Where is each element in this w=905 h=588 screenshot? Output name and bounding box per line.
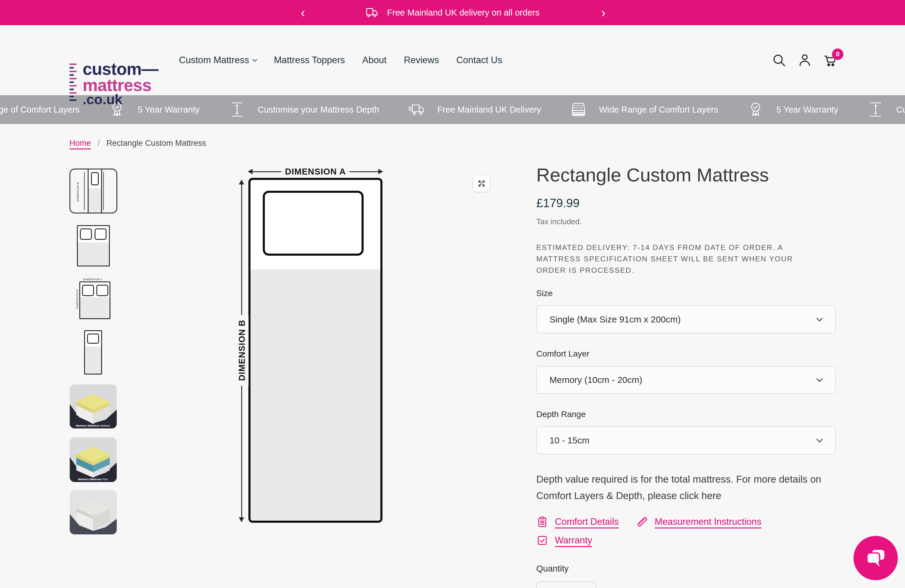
nav-custom-mattress-label: Custom Mattress bbox=[179, 55, 249, 65]
nav-about[interactable]: About bbox=[362, 55, 386, 65]
thumbnail-diagram-narrow-single[interactable] bbox=[84, 330, 102, 375]
warranty-label: Warranty bbox=[555, 535, 592, 546]
arrow-right-icon bbox=[349, 171, 383, 172]
chat-widget-button[interactable] bbox=[854, 536, 898, 580]
depth-ruler-icon bbox=[229, 101, 246, 118]
comfort-layer-select-value: Memory (10cm - 20cm) bbox=[549, 375, 642, 385]
nav-custom-mattress[interactable]: Custom Mattress bbox=[179, 55, 256, 65]
expand-image-button[interactable] bbox=[473, 175, 490, 192]
marquee-label: Customise your Mattress Depth bbox=[896, 105, 905, 114]
marquee-label: 5 Year Warranty bbox=[138, 105, 200, 114]
product-price: £179.99 bbox=[536, 196, 835, 210]
site-logo[interactable]: custom— mattress .co.uk bbox=[70, 61, 158, 106]
breadcrumb-home-link[interactable]: Home bbox=[70, 138, 91, 148]
thumb-caption-rest: Firm bbox=[102, 478, 108, 481]
comfort-layer-select[interactable]: Memory (10cm - 20cm) bbox=[536, 366, 835, 394]
cart-icon[interactable]: 0 bbox=[823, 53, 838, 68]
marquee-item: Customise your Mattress Depth bbox=[229, 101, 379, 118]
expand-icon bbox=[477, 180, 486, 188]
depth-range-select[interactable]: 10 - 15cm bbox=[536, 426, 835, 455]
svg-text:Memory Mattress Firm: Memory Mattress Firm bbox=[78, 478, 108, 481]
chevron-down-icon bbox=[816, 436, 823, 442]
breadcrumb-separator: / bbox=[98, 138, 100, 148]
nav-contact-us[interactable]: Contact Us bbox=[456, 55, 502, 65]
dimension-b-label: DIMENSION B bbox=[237, 320, 247, 381]
chevron-down-icon bbox=[252, 57, 257, 62]
comfort-details-label: Comfort Details bbox=[555, 516, 619, 527]
quantity-label: Quantity bbox=[536, 564, 835, 574]
announcement-text: Free Mainland UK delivery on all orders bbox=[387, 8, 539, 17]
announcement-prev-icon[interactable]: ‹ bbox=[296, 6, 310, 19]
dimension-line bbox=[84, 172, 85, 210]
delivery-note: ESTIMATED DELIVERY: 7-14 DAYS FROM DATE … bbox=[536, 242, 810, 276]
depth-range-label: Depth Range bbox=[536, 410, 835, 419]
thumbnail-diagram-double[interactable] bbox=[77, 225, 110, 267]
chevron-down-icon bbox=[816, 376, 823, 382]
marquee-label: Wide Range of Comfort Layers bbox=[599, 105, 718, 114]
thumbnail-diagram-single-selected[interactable]: DIMENSION B bbox=[70, 168, 117, 213]
dimension-line bbox=[103, 172, 104, 210]
clipboard-icon bbox=[536, 516, 548, 528]
thumbnail-photo-memory-medium[interactable]: Memory Mattress Medium bbox=[70, 385, 117, 428]
marquee-label: Free Mainland UK Delivery bbox=[437, 105, 541, 114]
thumbnail-photo-memory-firm[interactable]: Memory Mattress Firm bbox=[70, 437, 117, 482]
breadcrumb-current: Rectangle Custom Mattress bbox=[106, 138, 206, 148]
measurement-instructions-label: Measurement Instructions bbox=[655, 516, 762, 527]
size-select-value: Single (Max Size 91cm x 200cm) bbox=[549, 315, 681, 324]
product-title: Rectangle Custom Mattress bbox=[536, 164, 835, 186]
comfort-layer-label: Comfort Layer bbox=[536, 349, 835, 359]
announcement-next-icon[interactable]: › bbox=[597, 6, 610, 19]
size-label: Size bbox=[536, 289, 835, 298]
marquee-label: 5 Year Warranty bbox=[776, 105, 838, 114]
size-select[interactable]: Single (Max Size 91cm x 200cm) bbox=[536, 305, 835, 334]
measurement-instructions-link[interactable]: Measurement Instructions bbox=[636, 516, 762, 528]
logo-ruler-icon bbox=[70, 61, 76, 101]
svg-text:Memory Mattress Medium: Memory Mattress Medium bbox=[76, 424, 110, 427]
warranty-link[interactable]: Warranty bbox=[536, 534, 592, 547]
mattress-body bbox=[251, 269, 380, 521]
search-icon[interactable] bbox=[772, 53, 786, 68]
nav-reviews-label: Reviews bbox=[404, 55, 439, 65]
thumb-caption-bold: Memory Mattress bbox=[76, 424, 99, 427]
tax-note: Tax included. bbox=[536, 217, 835, 226]
thumb-caption-bold: Memory Mattress bbox=[78, 478, 102, 481]
mattress-pillow bbox=[263, 191, 364, 256]
thumbnail-photo-plain[interactable] bbox=[70, 490, 117, 534]
breadcrumb: Home / Rectangle Custom Mattress bbox=[70, 138, 206, 148]
logo-word-mattress: mattress bbox=[83, 77, 158, 94]
arrow-left-icon bbox=[248, 171, 281, 172]
comfort-details-link[interactable]: Comfort Details bbox=[536, 516, 619, 528]
mini-dimension-b-label: DIMENSION B bbox=[76, 289, 79, 309]
marquee-label: Customise your Mattress Depth bbox=[258, 105, 379, 114]
logo-word-custom: custom— bbox=[83, 61, 158, 77]
nav-about-label: About bbox=[362, 55, 386, 65]
nav-reviews[interactable]: Reviews bbox=[404, 55, 439, 65]
thumbnail-diagram-double-dimensions[interactable]: DIMENSION A DIMENSION B bbox=[75, 278, 111, 320]
ruler-icon bbox=[636, 516, 648, 528]
account-icon[interactable] bbox=[797, 53, 812, 68]
cart-count-badge: 0 bbox=[832, 49, 843, 60]
mattress-layers-icon bbox=[570, 101, 587, 118]
chevron-down-icon bbox=[816, 315, 823, 321]
nav-contact-us-label: Contact Us bbox=[456, 55, 502, 65]
announcement-banner: ‹ Free Mainland UK delivery on all order… bbox=[0, 0, 905, 25]
checkbox-check-icon bbox=[536, 534, 548, 547]
award-medal-icon bbox=[747, 101, 764, 118]
delivery-truck-icon bbox=[408, 101, 425, 118]
mini-dimension-a-label: DIMENSION A bbox=[75, 278, 111, 281]
depth-range-select-value: 10 - 15cm bbox=[549, 435, 589, 445]
mini-dimension-b-label: DIMENSION B bbox=[76, 182, 79, 202]
depth-ruler-icon bbox=[867, 101, 884, 118]
nav-mattress-toppers[interactable]: Mattress Toppers bbox=[274, 55, 345, 65]
marquee-item: 5 Year Warranty bbox=[747, 101, 838, 118]
main-nav: Custom Mattress Mattress Toppers About R… bbox=[179, 25, 502, 95]
product-image-mattress-diagram[interactable] bbox=[248, 178, 383, 523]
marquee-item: Free Mainland UK Delivery bbox=[408, 101, 541, 118]
delivery-truck-icon bbox=[365, 7, 379, 18]
logo-word-couk: .co.uk bbox=[83, 93, 158, 106]
thumb-caption-rest: Medium bbox=[99, 424, 110, 427]
chat-bubbles-icon bbox=[864, 547, 887, 569]
quantity-stepper[interactable]: − 1 + bbox=[536, 582, 596, 588]
marquee-item: Wide Range of Comfort Layers bbox=[570, 101, 718, 118]
dimension-a-label: DIMENSION A bbox=[285, 167, 346, 176]
